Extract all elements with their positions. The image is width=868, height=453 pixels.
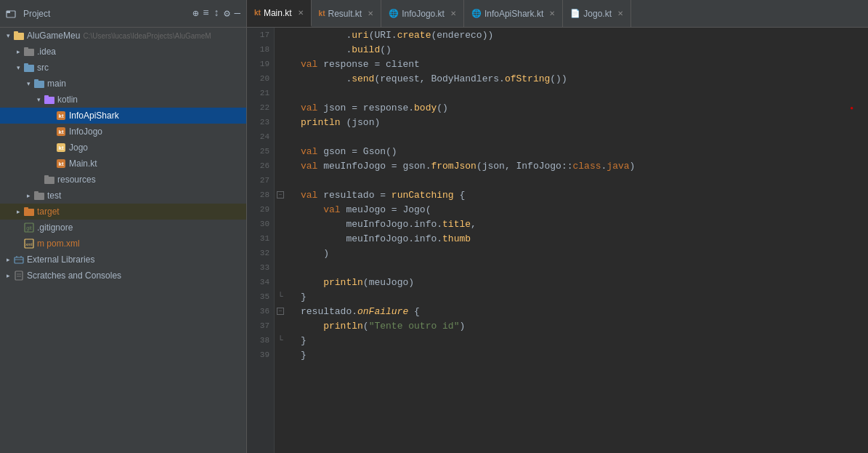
sidebar-label-src: src [37, 63, 49, 73]
gutter-26 [275, 159, 286, 173]
tab-jogo[interactable]: 📄 Jogo.kt ✕ [563, 0, 631, 27]
fold-bracket-38: └ [277, 335, 283, 345]
red-dot-22: ● [850, 105, 853, 111]
project-label: Project [23, 9, 50, 19]
sidebar-item-alogamemeu[interactable]: ▾ AluGameMeu C:\Users\lucas\IdeaProjects… [0, 28, 246, 44]
code-line-26: val meuInfoJogo = gson.fromJson(json, In… [301, 159, 868, 173]
sidebar-path: C:\Users\lucas\IdeaProjects\AluGameM [83, 32, 211, 40]
tab-icon-infoapishark: 🌐 [471, 9, 482, 18]
sidebar-item-jogo[interactable]: ▸ kt Jogo [0, 140, 246, 156]
expand-icon[interactable]: ↕ [214, 7, 219, 20]
svg-rect-30 [15, 257, 23, 263]
svg-rect-23 [34, 191, 38, 193]
tab-main-kt[interactable]: kt Main.kt ✕ [247, 0, 312, 27]
gitignore-icon: git [23, 222, 35, 233]
sidebar-item-src[interactable]: ▾ src [0, 60, 246, 76]
tab-result-kt[interactable]: kt Result.kt ✕ [312, 0, 382, 27]
svg-rect-9 [34, 79, 38, 81]
line-29: 29 [247, 202, 274, 217]
sidebar-label-idea: .idea [37, 47, 56, 57]
sidebar-label-scratches: Scratches and Consoles [27, 270, 121, 281]
tab-close-infoapishark[interactable]: ✕ [549, 9, 555, 17]
gutter-38[interactable]: └ [275, 333, 286, 348]
gutter-32 [275, 246, 286, 260]
code-line-20: .send(request, BodyHandlers.ofString()) [301, 71, 868, 86]
fold-icon-28[interactable]: – [277, 191, 284, 199]
sidebar-item-target[interactable]: ▸ target [0, 204, 246, 220]
fold-icon-36[interactable]: – [277, 308, 284, 315]
expand-arrow-ext-libs: ▸ [3, 254, 13, 265]
code-line-23: println (json) [301, 115, 868, 129]
gutter-markers: – └ – └ [275, 28, 286, 453]
tabs-bar: kt Main.kt ✕ kt Result.kt ✕ 🌐 InfoJogo.k… [247, 0, 868, 27]
sidebar-label-jogo: Jogo [69, 143, 88, 153]
gutter-21 [275, 86, 286, 100]
sidebar-item-pom[interactable]: ▸ xml m pom.xml [0, 236, 246, 252]
code-line-29: val meuJogo = Jogo( [301, 202, 868, 217]
line-25: 25 [247, 144, 274, 159]
code-line-31: meuInfoJogo.info.thumb [301, 231, 868, 246]
project-root-icon [13, 30, 25, 41]
line-17: 17 [247, 28, 274, 42]
add-icon[interactable]: ⊕ [192, 7, 198, 20]
code-line-28: val resultado = runCatching { [301, 188, 868, 202]
tab-close-infojogo[interactable]: ✕ [450, 9, 456, 17]
gutter-36[interactable]: – [275, 304, 286, 318]
scratches-icon [13, 270, 25, 281]
tab-label-result-kt: Result.kt [328, 9, 362, 19]
sidebar-label-infojogo: InfoJogo [69, 127, 102, 137]
list-icon[interactable]: ≡ [203, 7, 208, 20]
infojogo-icon: kt [55, 126, 67, 137]
topbar-icons: ⊕ ≡ ↕ ⚙ — [192, 7, 240, 20]
gutter-39 [275, 348, 286, 362]
line-27: 27 [247, 173, 274, 188]
svg-rect-11 [44, 95, 49, 97]
sidebar-item-scratches[interactable]: ▸ Scratches and Consoles [0, 268, 246, 284]
sidebar-label-test: test [47, 191, 61, 201]
sidebar-item-ext-libs[interactable]: ▸ External Libraries [0, 252, 246, 268]
tab-icon-main-kt: kt [254, 9, 261, 17]
gutter-28[interactable]: – [275, 188, 286, 202]
resources-icon [44, 174, 55, 185]
sidebar-item-infojogo[interactable]: ▸ kt InfoJogo [0, 124, 246, 140]
tab-close-jogo[interactable]: ✕ [617, 9, 623, 17]
line-22: 22 [247, 100, 274, 115]
sidebar-item-main[interactable]: ▾ main [0, 76, 246, 92]
sidebar-item-resources[interactable]: ▸ resources [0, 172, 246, 188]
tab-close-main-kt[interactable]: ✕ [298, 9, 304, 17]
sidebar-label-resources: resources [57, 175, 96, 185]
sidebar-item-gitignore[interactable]: ▸ git .gitignore [0, 220, 246, 236]
svg-rect-8 [34, 81, 44, 88]
tab-icon-result-kt: kt [319, 9, 325, 17]
sidebar-label-main: main [47, 79, 66, 89]
sidebar-item-idea[interactable]: ▸ .idea [0, 44, 246, 60]
sidebar-item-main-kt[interactable]: ▸ kt Main.kt [0, 156, 246, 172]
gutter-34 [275, 275, 286, 289]
code-line-30: meuInfoJogo.info.title, [301, 217, 868, 231]
sidebar-item-kotlin[interactable]: ▾ kotlin [0, 92, 246, 108]
sidebar-label-alogamemeu: AluGameMeu [27, 31, 80, 41]
code-line-25: val gson = Gson() [301, 144, 868, 159]
code-content[interactable]: .uri(URI.create(endereco)) .build() val … [286, 28, 868, 453]
gutter-24 [275, 129, 286, 144]
tab-infojogo[interactable]: 🌐 InfoJogo.kt ✕ [381, 0, 464, 27]
line-31: 31 [247, 231, 274, 246]
sidebar-item-infoapishark[interactable]: ▸ kt InfoApiShark [0, 108, 246, 124]
sidebar-label-gitignore: .gitignore [37, 223, 73, 233]
tab-close-result-kt[interactable]: ✕ [368, 9, 373, 17]
gutter-17 [275, 28, 286, 42]
code-line-17: .uri(URI.create(endereco)) [301, 28, 868, 42]
svg-text:git: git [26, 225, 31, 231]
tab-infoapishark[interactable]: 🌐 InfoApiShark.kt ✕ [464, 0, 563, 27]
gutter-35[interactable]: └ [275, 289, 286, 304]
line-35: 35 [247, 289, 274, 304]
line-28: 28 [247, 188, 274, 202]
minimize-icon[interactable]: — [235, 7, 240, 20]
sidebar-item-test[interactable]: ▸ test [0, 188, 246, 204]
gutter-29 [275, 202, 286, 217]
code-line-21 [301, 86, 868, 100]
svg-rect-5 [24, 47, 28, 49]
settings-icon[interactable]: ⚙ [224, 7, 230, 20]
line-38: 38 [247, 333, 274, 348]
gutter-37 [275, 318, 286, 333]
